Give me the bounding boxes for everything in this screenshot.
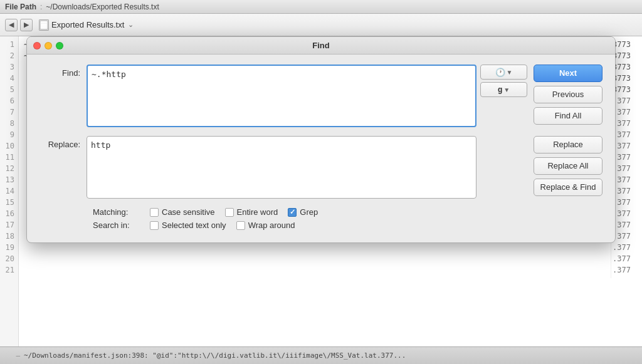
- grep-box: ✓: [288, 208, 297, 217]
- replace-button[interactable]: Replace: [534, 136, 603, 153]
- wrap-around-checkbox[interactable]: Wrap around: [236, 221, 295, 230]
- entire-word-label: Entire word: [237, 207, 278, 217]
- dialog-body: Find: ~.*http 🕐 ▼ g ▼: [27, 55, 615, 242]
- case-sensitive-checkbox[interactable]: Case sensitive: [150, 207, 215, 217]
- selected-text-checkbox[interactable]: Selected text only: [150, 221, 226, 230]
- replace-row: Replace: http Replace Replace All Replac…: [39, 136, 603, 199]
- replace-find-button[interactable]: Replace & Find: [534, 179, 603, 196]
- replace-input[interactable]: http: [87, 136, 476, 199]
- regex-button[interactable]: g ▼: [480, 82, 527, 97]
- find-dialog: Find Find: ~.*http 🕐 ▼: [26, 36, 616, 243]
- search-in-row: Search in: Selected text only Wrap aroun…: [93, 221, 603, 230]
- wrap-around-box: [236, 221, 245, 230]
- options-rows: Matching: Case sensitive Entire word ✓: [39, 207, 603, 230]
- check-icon: ✓: [290, 209, 295, 216]
- find-dialog-overlay: Find Find: ~.*http 🕐 ▼: [0, 36, 642, 346]
- wrap-around-label: Wrap around: [248, 221, 295, 230]
- previous-button[interactable]: Previous: [534, 86, 603, 103]
- find-label: Find:: [39, 65, 80, 78]
- find-input-area: ~.*http 🕐 ▼ g ▼: [87, 65, 527, 127]
- title-bar: File Path : ~/Downloads/Exported Results…: [0, 0, 642, 14]
- dropdown-arrow: ▼: [503, 86, 510, 93]
- toolbar: ◀ ▶ Exported Results.txt ⌄: [0, 14, 642, 36]
- title-separator: :: [40, 3, 42, 11]
- replace-action-col: Replace Replace All Replace & Find: [534, 136, 603, 196]
- file-path-label: File Path: [5, 3, 36, 11]
- close-button[interactable]: [33, 42, 41, 49]
- matching-row: Matching: Case sensitive Entire word ✓: [93, 207, 603, 217]
- traffic-lights: [33, 42, 63, 49]
- replace-label: Replace:: [39, 136, 80, 149]
- find-action-col: Next Previous Find All: [534, 65, 603, 125]
- find-dialog-titlebar: Find: [27, 37, 615, 55]
- file-icon: [39, 19, 49, 31]
- forward-button[interactable]: ▶: [20, 19, 33, 31]
- title-path: ~/Downloads/Exported Results.txt: [46, 3, 159, 11]
- entire-word-box: [225, 208, 234, 217]
- selected-text-box: [150, 221, 159, 230]
- entire-word-checkbox[interactable]: Entire word: [225, 207, 278, 217]
- history-button[interactable]: 🕐 ▼: [480, 65, 527, 80]
- search-in-label: Search in:: [93, 221, 140, 230]
- back-button[interactable]: ◀: [5, 19, 18, 31]
- status-bar: — ~/Downloads/manifest.json:398: "@id":"…: [0, 346, 642, 364]
- grep-checkbox[interactable]: ✓ Grep: [288, 207, 318, 217]
- regex-icon: g: [498, 85, 502, 94]
- file-info: Exported Results.txt ⌄: [39, 19, 134, 31]
- svg-rect-0: [40, 21, 48, 29]
- maximize-button[interactable]: [56, 42, 63, 49]
- find-input[interactable]: ~.*http: [87, 65, 476, 127]
- status-line-num: —: [5, 351, 24, 360]
- file-dropdown-icon[interactable]: ⌄: [128, 21, 134, 29]
- selected-text-label: Selected text only: [162, 221, 226, 230]
- find-row: Find: ~.*http 🕐 ▼ g ▼: [39, 65, 603, 127]
- dialog-title: Find: [312, 41, 329, 50]
- grep-label: Grep: [300, 207, 318, 217]
- file-name-label: Exported Results.txt: [51, 20, 124, 29]
- minimize-button[interactable]: [45, 42, 52, 49]
- next-button[interactable]: Next: [534, 65, 603, 82]
- replace-input-area: http: [87, 136, 527, 199]
- matching-label: Matching:: [93, 207, 140, 217]
- clock-icon: 🕐: [495, 68, 505, 77]
- status-text: ~/Downloads/manifest.json:398: "@id":"ht…: [24, 351, 406, 360]
- replace-all-button[interactable]: Replace All: [534, 157, 603, 175]
- find-options-col: 🕐 ▼ g ▼: [480, 65, 527, 97]
- find-all-button[interactable]: Find All: [534, 107, 603, 125]
- case-sensitive-label: Case sensitive: [162, 207, 215, 217]
- dropdown-arrow: ▼: [507, 69, 513, 76]
- case-sensitive-box: [150, 208, 159, 217]
